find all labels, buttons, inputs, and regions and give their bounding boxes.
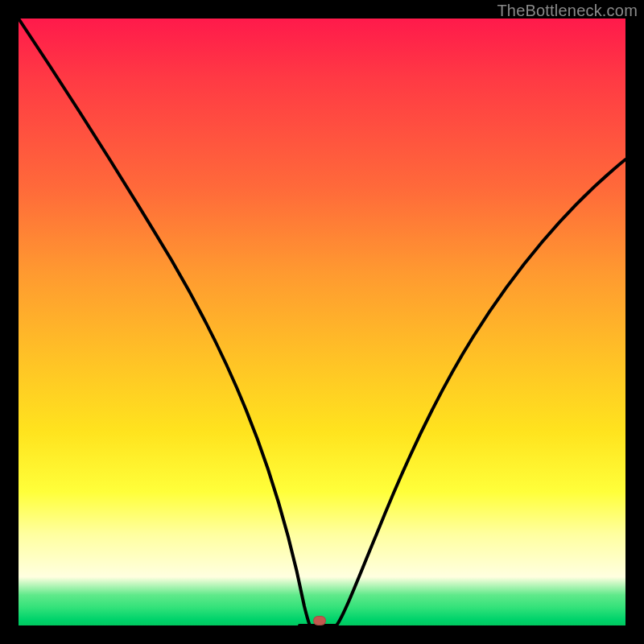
optimal-point-marker (313, 616, 326, 625)
bottleneck-curve (19, 19, 625, 625)
plot-area (19, 19, 625, 625)
watermark-text: TheBottleneck.com (497, 2, 638, 20)
chart-frame: TheBottleneck.com (0, 0, 644, 644)
